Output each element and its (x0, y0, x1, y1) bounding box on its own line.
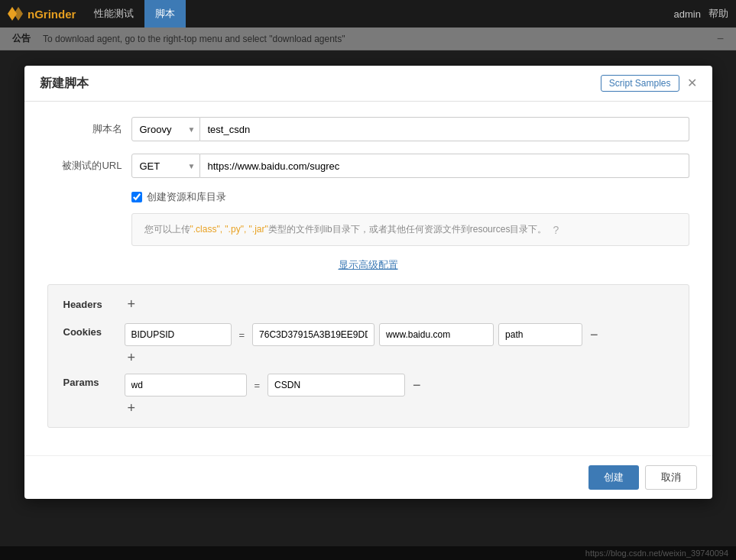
script-samples-button[interactable]: Script Samples (601, 75, 679, 92)
brand: nGrinder (8, 7, 76, 21)
params-section: Params = − + (63, 374, 673, 415)
svg-marker-1 (14, 7, 23, 21)
info-text-types: ".class", ".py", ".jar" (190, 224, 268, 235)
modal-header-right: Script Samples ✕ (601, 75, 697, 92)
url-input[interactable] (200, 154, 689, 178)
page-body: 公告 To download agent, go to the right-to… (0, 28, 736, 560)
create-button[interactable]: 创建 (588, 465, 639, 490)
modal-body: 脚本名 Groovy Jython ▼ 被测试的URL (24, 102, 712, 455)
info-box: 您可以上传".class", ".py", ".jar"类型的文件到lib目录下… (131, 213, 689, 246)
headers-add-button[interactable]: + (125, 297, 139, 311)
modal-title: 新建脚本 (40, 76, 89, 92)
cookie-value-input-0[interactable] (252, 323, 374, 346)
modal-close-button[interactable]: ✕ (687, 77, 697, 89)
script-name-label: 脚本名 (47, 122, 131, 136)
url-method-wrapper: GET POST ▼ (131, 154, 200, 178)
url-row: 被测试的URL GET POST ▼ (47, 154, 689, 178)
help-link[interactable]: 帮助 (708, 7, 728, 21)
cookie-name-input-0[interactable] (125, 323, 232, 346)
create-resources-row: 创建资源和库目录 (131, 190, 689, 204)
headers-row: Headers + (63, 297, 673, 311)
brand-logo-icon (8, 7, 24, 21)
param-row-0: = − (125, 374, 424, 397)
cookie-path-input-0[interactable] (498, 323, 582, 346)
info-help-icon[interactable]: ? (553, 224, 559, 236)
headers-label: Headers (63, 299, 125, 310)
params-content: = − + (125, 374, 424, 415)
cookie-remove-button-0[interactable]: − (587, 328, 601, 342)
nav-tab-performance[interactable]: 性能测试 (83, 0, 144, 28)
cookie-domain-input-0[interactable] (379, 323, 494, 346)
param-key-input-0[interactable] (125, 374, 247, 397)
param-equals-0: = (251, 380, 264, 391)
params-label: Params (63, 374, 125, 388)
navbar: nGrinder 性能测试 脚本 admin 帮助 (0, 0, 736, 28)
script-type-select[interactable]: Groovy Jython (131, 117, 200, 141)
params-add-button[interactable]: + (125, 401, 139, 415)
cookies-content: = − + (125, 323, 601, 364)
navbar-right: admin 帮助 (674, 7, 728, 21)
cookie-equals-0: = (236, 329, 248, 341)
info-text-pre: 您可以上传".class", ".py", ".jar"类型的文件到lib目录下… (144, 223, 547, 236)
url-controls: GET POST ▼ (131, 154, 689, 178)
cookie-row-0: = − (125, 323, 601, 346)
admin-dropdown[interactable]: admin (674, 8, 701, 20)
cookies-section: Cookies = − + (63, 323, 673, 364)
modal-header: 新建脚本 Script Samples ✕ (24, 66, 712, 102)
cookies-label: Cookies (63, 323, 125, 338)
create-resources-label: 创建资源和库目录 (147, 190, 226, 204)
param-remove-button-0[interactable]: − (410, 378, 424, 392)
new-script-modal: 新建脚本 Script Samples ✕ 脚本名 Groovy Jython … (24, 66, 712, 499)
script-type-wrapper: Groovy Jython ▼ (131, 117, 200, 141)
advanced-config-link[interactable]: 显示高级配置 (339, 259, 398, 270)
create-resources-checkbox[interactable] (131, 192, 142, 202)
cancel-button[interactable]: 取消 (645, 465, 697, 490)
script-name-controls: Groovy Jython ▼ (131, 117, 689, 141)
brand-name: nGrinder (28, 8, 76, 21)
advanced-section: Headers + Cookies = (47, 284, 689, 428)
cookies-add-button[interactable]: + (125, 351, 139, 364)
url-label: 被测试的URL (47, 159, 131, 173)
advanced-config-link-row: 显示高级配置 (47, 258, 689, 272)
script-name-row: 脚本名 Groovy Jython ▼ (47, 117, 689, 141)
url-method-select[interactable]: GET POST (131, 154, 200, 178)
modal-footer: 创建 取消 (24, 455, 712, 499)
script-name-input[interactable] (200, 117, 689, 141)
nav-tab-script[interactable]: 脚本 (144, 0, 186, 28)
param-value-input-0[interactable] (267, 374, 405, 397)
